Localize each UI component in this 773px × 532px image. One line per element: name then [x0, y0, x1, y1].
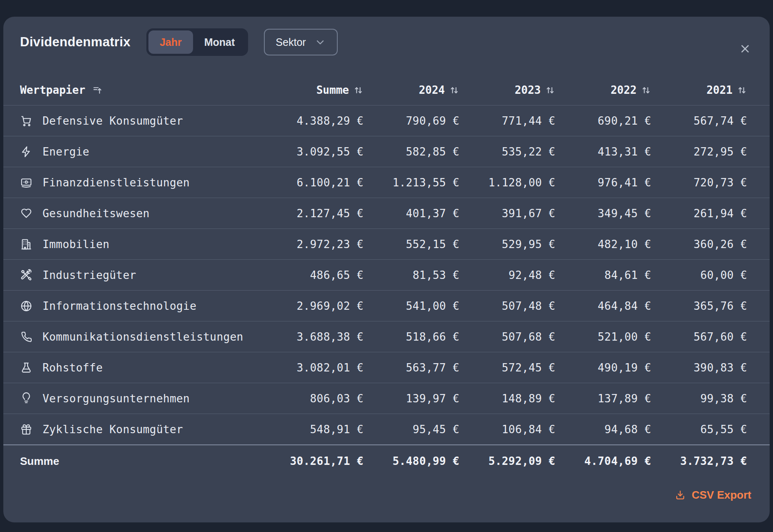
value-2021: 360,26 € [651, 238, 747, 251]
value-summe: 2.972,23 € [268, 238, 364, 251]
footer-total-2023: 5.292,09 € [459, 455, 555, 467]
value-2024: 582,85 € [364, 146, 459, 158]
value-2024: 95,45 € [364, 423, 459, 436]
sector-label: Versorgungsunternehmen [43, 392, 190, 405]
zap-icon [20, 146, 33, 158]
table-row: Energie 3.092,55 € 582,85 € 535,22 € 413… [3, 136, 770, 167]
value-2021: 60,00 € [651, 269, 747, 281]
value-2023: 391,67 € [459, 207, 555, 220]
column-header-2021[interactable]: 2021 [651, 84, 747, 96]
value-2022: 490,19 € [555, 361, 651, 374]
table-row: Gesundheitswesen 2.127,45 € 401,37 € 391… [3, 198, 770, 228]
value-2022: 482,10 € [555, 238, 651, 251]
value-2024: 541,00 € [364, 300, 459, 312]
sector-label: Zyklische Konsumgüter [43, 423, 183, 436]
value-2023: 535,22 € [459, 146, 555, 158]
table-row: Versorgungsunternehmen 806,03 € 139,97 €… [3, 383, 770, 414]
globe-icon [20, 300, 33, 312]
footer-total-2024: 5.480,99 € [364, 455, 459, 467]
row-label-cell: Versorgungsunternehmen [20, 392, 268, 405]
footer-total-2021: 3.732,73 € [651, 455, 747, 467]
sector-label: Gesundheitswesen [43, 207, 150, 220]
table-row: Informationstechnologie 2.969,02 € 541,0… [3, 290, 770, 321]
footer-total-2022: 4.704,69 € [555, 455, 651, 467]
column-header-summe[interactable]: Summe [268, 84, 364, 96]
table-body: Defensive Konsumgüter 4.388,29 € 790,69 … [3, 105, 770, 444]
value-2022: 137,89 € [555, 392, 651, 405]
shopping-cart-icon [20, 115, 33, 127]
value-2023: 507,48 € [459, 300, 555, 312]
flask-icon [20, 361, 33, 374]
value-summe: 548,91 € [268, 423, 364, 436]
building-icon [20, 238, 33, 251]
value-2024: 563,77 € [364, 361, 459, 374]
column-header-label: 2021 [706, 84, 733, 96]
sektor-dropdown[interactable]: Sektor [264, 29, 337, 55]
modal-header: Dividendenmatrix Jahr Monat Sektor [3, 17, 770, 56]
row-label-cell: Energie [20, 146, 268, 158]
value-2023: 106,84 € [459, 423, 555, 436]
table-row: Industriegüter 486,65 € 81,53 € 92,48 € … [3, 259, 770, 290]
value-2023: 507,68 € [459, 331, 555, 343]
column-header-label: 2023 [514, 84, 541, 96]
value-2024: 518,66 € [364, 331, 459, 343]
close-button[interactable] [738, 42, 752, 56]
csv-export-button[interactable]: CSV Export [675, 489, 751, 502]
value-2024: 790,69 € [364, 115, 459, 127]
table-header-row: Wertpapier Summe 2024 2023 2022 2021 [3, 75, 770, 105]
toggle-monat-button[interactable]: Monat [193, 30, 246, 54]
table-row: Finanzdienstleistungen 6.100,21 € 1.213,… [3, 167, 770, 198]
value-2021: 272,95 € [651, 146, 747, 158]
column-header-2024[interactable]: 2024 [364, 84, 459, 96]
value-2022: 464,84 € [555, 300, 651, 312]
row-label-cell: Zyklische Konsumgüter [20, 423, 268, 436]
value-2024: 552,15 € [364, 238, 459, 251]
value-2022: 349,45 € [555, 207, 651, 220]
value-2023: 92,48 € [459, 269, 555, 281]
sector-label: Immobilien [43, 238, 110, 251]
period-toggle: Jahr Monat [146, 28, 248, 56]
column-header-2022[interactable]: 2022 [555, 84, 651, 96]
csv-export-label: CSV Export [692, 489, 751, 502]
sector-label: Industriegüter [43, 269, 136, 281]
sort-arrows-icon [641, 85, 651, 95]
value-2022: 84,61 € [555, 269, 651, 281]
dividend-table: Wertpapier Summe 2024 2023 2022 2021 [3, 75, 770, 477]
sector-label: Energie [43, 146, 89, 158]
row-label-cell: Immobilien [20, 238, 268, 251]
value-2023: 148,89 € [459, 392, 555, 405]
sector-label: Kommunikationsdienstleistungen [43, 331, 243, 343]
column-header-label: Summe [316, 84, 349, 96]
download-icon [675, 489, 686, 501]
sector-label: Informationstechnologie [43, 300, 196, 312]
value-2021: 567,74 € [651, 115, 747, 127]
value-2022: 521,00 € [555, 331, 651, 343]
column-header-wertpapier[interactable]: Wertpapier [20, 84, 268, 96]
chevron-down-icon [314, 36, 326, 48]
sort-arrows-icon [353, 85, 364, 95]
value-2021: 99,38 € [651, 392, 747, 405]
column-header-2023[interactable]: 2023 [459, 84, 555, 96]
row-label-cell: Defensive Konsumgüter [20, 115, 268, 127]
value-2021: 567,60 € [651, 331, 747, 343]
sector-label: Rohstoffe [43, 361, 103, 374]
page-title: Dividendenmatrix [20, 35, 131, 50]
sort-arrows-icon [737, 85, 747, 95]
value-summe: 806,03 € [268, 392, 364, 405]
value-summe: 3.688,38 € [268, 331, 364, 343]
row-label-cell: Kommunikationsdienstleistungen [20, 331, 268, 343]
gift-icon [20, 423, 33, 436]
sector-label: Finanzdienstleistungen [43, 176, 190, 189]
value-2021: 365,76 € [651, 300, 747, 312]
value-2023: 771,44 € [459, 115, 555, 127]
page-background: { "modal": { "title": "Dividendenmatrix"… [0, 0, 773, 532]
value-summe: 2.127,45 € [268, 207, 364, 220]
toggle-jahr-button[interactable]: Jahr [148, 30, 193, 54]
value-2023: 572,45 € [459, 361, 555, 374]
banknote-icon [20, 176, 33, 189]
sector-label: Defensive Konsumgüter [43, 115, 183, 127]
value-summe: 3.092,55 € [268, 146, 364, 158]
footer-label: Summe [20, 455, 268, 468]
table-row: Defensive Konsumgüter 4.388,29 € 790,69 … [3, 105, 770, 136]
export-row: CSV Export [3, 477, 770, 502]
